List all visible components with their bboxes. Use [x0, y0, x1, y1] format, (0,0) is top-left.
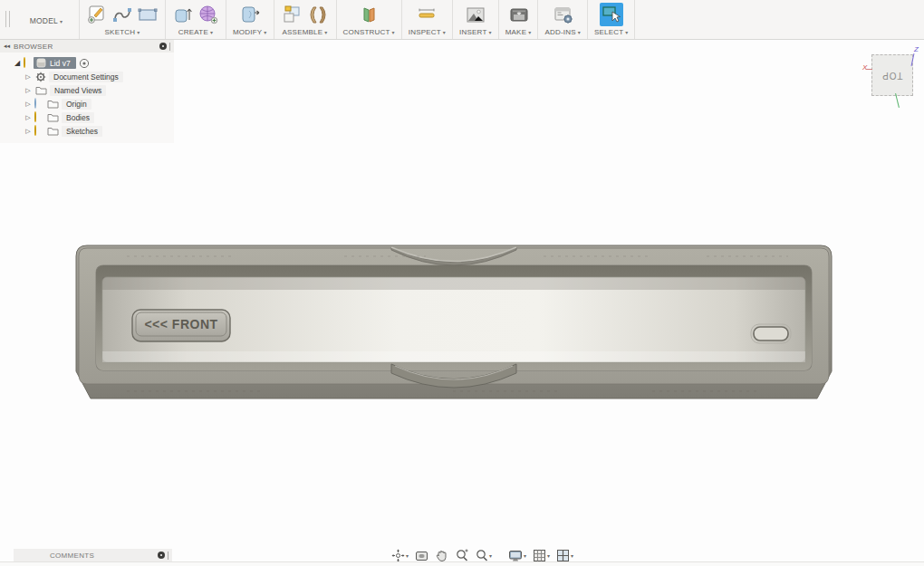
- folder-icon: [47, 112, 59, 122]
- form-icon[interactable]: [197, 4, 219, 25]
- menu-construct[interactable]: CONSTRUCT▾: [343, 28, 395, 36]
- toolbar-grip-handle[interactable]: [5, 11, 10, 27]
- viewcube-face-label: TOP: [881, 71, 902, 81]
- browser-title: BROWSER: [14, 43, 53, 51]
- chevron-down-icon: ▾: [210, 30, 213, 35]
- activate-radio-icon[interactable]: [79, 58, 90, 69]
- chevron-down-icon: ▾: [489, 552, 492, 559]
- chevron-down-icon: ▾: [137, 30, 140, 35]
- menu-modify[interactable]: MODIFY▾: [233, 28, 267, 36]
- visibility-bulb-icon[interactable]: [34, 126, 43, 136]
- display-settings-button[interactable]: ▾: [506, 548, 528, 563]
- selected-component[interactable]: Lid v7: [34, 57, 76, 69]
- tree-row-origin[interactable]: ▷ Origin: [0, 97, 174, 110]
- construct-plane-icon[interactable]: [358, 4, 380, 26]
- menu-make[interactable]: MAKE▾: [505, 28, 532, 36]
- toolbar-section-sketch: SKETCH▾: [80, 0, 166, 39]
- collapse-panel-icon[interactable]: ◂◂: [4, 43, 10, 50]
- joint-icon[interactable]: [307, 4, 330, 26]
- toolbar-section-addins: ADD-INS▾: [538, 0, 588, 39]
- expand-arrow-icon[interactable]: ▷: [24, 128, 33, 135]
- tree-item-label: Origin: [62, 99, 91, 110]
- select-tool-active[interactable]: [600, 3, 623, 26]
- tree-row-root[interactable]: ◢ Lid v7: [0, 56, 174, 70]
- grid-icon: [533, 549, 546, 562]
- comments-resize-handle[interactable]: [168, 552, 168, 560]
- gear-icon: [35, 72, 46, 82]
- menu-select[interactable]: SELECT▾: [594, 28, 629, 36]
- insert-image-icon[interactable]: [464, 4, 486, 26]
- comments-options-icon[interactable]: [158, 552, 165, 559]
- make-3dprint-icon[interactable]: [507, 4, 530, 26]
- viewcube[interactable]: TOP X Z: [862, 45, 922, 110]
- browser-header[interactable]: ◂◂ BROWSER: [0, 40, 174, 53]
- display-settings-icon: [508, 549, 523, 562]
- zoom-window-button[interactable]: ▾: [473, 548, 494, 563]
- bottom-strip: [0, 561, 924, 566]
- expand-arrow-icon[interactable]: ▷: [24, 101, 33, 108]
- zoom-button[interactable]: [453, 548, 470, 563]
- workspace-switcher[interactable]: MODEL▾: [14, 0, 80, 39]
- chevron-down-icon: ▾: [488, 30, 491, 35]
- comments-bar[interactable]: COMMENTS: [14, 549, 172, 561]
- front-tab-label: <<< FRONT: [144, 317, 217, 331]
- press-pull-icon[interactable]: [238, 3, 262, 26]
- folder-icon: [35, 85, 47, 95]
- tree-item-label: Document Settings: [49, 72, 123, 82]
- expand-arrow-icon[interactable]: ▷: [24, 87, 33, 94]
- tree-row-document-settings[interactable]: ▷ Document Settings: [0, 70, 174, 83]
- panel-resize-handle[interactable]: [169, 43, 170, 51]
- toolbar-section-make: MAKE▾: [499, 0, 539, 39]
- rectangle-tool-icon[interactable]: [137, 4, 159, 25]
- tree-row-sketches[interactable]: ▷ Sketches: [0, 124, 174, 138]
- menu-create[interactable]: CREATE▾: [178, 28, 213, 36]
- zoom-icon: [455, 549, 468, 562]
- chevron-down-icon: ▾: [625, 30, 628, 35]
- visibility-bulb-icon[interactable]: [34, 112, 43, 122]
- chevron-down-icon: ▾: [578, 30, 581, 35]
- grid-settings-button[interactable]: ▾: [531, 548, 552, 563]
- expand-arrow-icon[interactable]: ▷: [24, 73, 33, 81]
- panel-options-icon[interactable]: [159, 43, 167, 50]
- workspace-label: MODEL: [30, 16, 58, 25]
- addins-scripts-icon[interactable]: [552, 4, 574, 26]
- select-cursor-icon: [600, 3, 623, 26]
- menu-insert[interactable]: INSERT▾: [459, 28, 492, 36]
- pan-hand-icon: [435, 549, 448, 562]
- spline-icon[interactable]: [111, 4, 133, 25]
- toolbar-section-insert: INSERT▾: [453, 0, 499, 39]
- tree-row-bodies[interactable]: ▷ Bodies: [0, 110, 174, 124]
- viewcube-top-face[interactable]: TOP: [871, 54, 913, 96]
- model-viewport-body[interactable]: <<< FRONT: [72, 237, 835, 402]
- chevron-down-icon: ▾: [571, 552, 573, 559]
- model-right-slot: [751, 324, 791, 343]
- model-front-tab: <<< FRONT: [132, 310, 230, 341]
- visibility-bulb-off-icon[interactable]: [34, 99, 43, 109]
- expand-arrow-icon[interactable]: ◢: [13, 59, 22, 67]
- tree-row-named-views[interactable]: ▷ Named Views: [0, 83, 174, 97]
- new-component-icon[interactable]: [281, 4, 303, 26]
- menu-addins[interactable]: ADD-INS▾: [544, 28, 581, 36]
- folder-icon: [47, 126, 59, 136]
- pan-button[interactable]: [433, 548, 450, 563]
- comments-title: COMMENTS: [50, 552, 94, 560]
- create-sketch-icon[interactable]: [86, 4, 108, 25]
- visibility-bulb-icon[interactable]: [24, 58, 32, 68]
- expand-arrow-icon[interactable]: ▷: [24, 114, 33, 121]
- viewports-button[interactable]: ▾: [554, 548, 575, 563]
- chevron-down-icon: ▾: [406, 552, 409, 559]
- look-at-button[interactable]: [413, 548, 430, 563]
- chevron-down-icon: ▾: [524, 552, 526, 559]
- menu-sketch[interactable]: SKETCH▾: [105, 28, 140, 36]
- axis-x-label: X: [862, 63, 867, 72]
- extrude-icon[interactable]: [172, 4, 194, 25]
- axis-z-label: Z: [914, 45, 919, 53]
- measure-icon[interactable]: [415, 3, 438, 26]
- orbit-button[interactable]: ▾: [390, 548, 410, 563]
- tree-item-label: Bodies: [62, 112, 94, 123]
- browser-tree: ◢ Lid v7 ▷: [0, 53, 174, 143]
- menu-assemble[interactable]: ASSEMBLE▾: [283, 28, 328, 36]
- menu-inspect[interactable]: INSPECT▾: [409, 28, 446, 36]
- app-window: MODEL▾: [0, 0, 924, 566]
- toolbar-section-assemble: ASSEMBLE▾: [274, 0, 337, 39]
